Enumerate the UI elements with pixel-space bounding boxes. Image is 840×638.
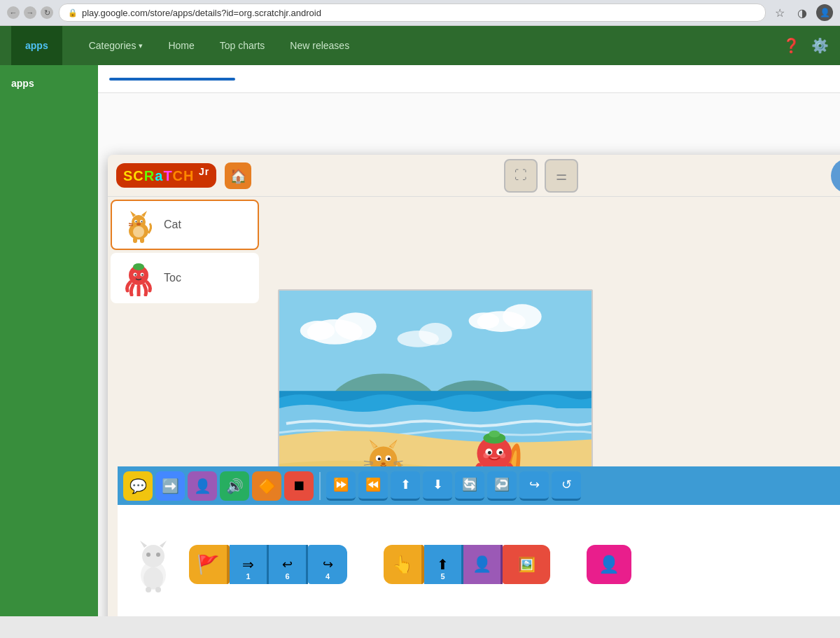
block-move-up-5[interactable]: ⬆ 5	[424, 545, 463, 584]
gplay-logo: apps	[11, 26, 62, 65]
scratch-logo-text: SCRaTCH Jr	[123, 168, 209, 183]
sidebar-apps-title: apps	[6, 74, 92, 93]
account-button[interactable]: 👤	[816, 4, 833, 21]
svg-point-74	[142, 545, 164, 567]
svg-rect-12	[140, 237, 144, 243]
svg-point-41	[378, 457, 381, 460]
svg-point-27	[469, 312, 500, 329]
header-center-controls: ⛶ ⚌	[504, 159, 578, 193]
block-cat-looks[interactable]: 👤	[188, 471, 217, 501]
block-cat-control[interactable]: 🔶	[252, 471, 281, 501]
svg-rect-80	[146, 587, 151, 592]
svg-point-23	[335, 312, 376, 340]
block-cat-events[interactable]: 💬	[123, 471, 153, 501]
code-workspace: 🚩 ⇒ 1 ↩ 6 ↪ 4	[118, 505, 840, 616]
browser-titlebar: ← → ↻ 🔒 play.google.com/store/apps/detai…	[0, 0, 840, 25]
motion-forward[interactable]: ⏩	[326, 471, 356, 501]
motion-down[interactable]: ⬇	[423, 471, 452, 501]
svg-point-19	[134, 274, 136, 275]
svg-point-79	[144, 567, 163, 590]
svg-rect-16	[134, 264, 143, 268]
nav-categories[interactable]: Categories ▾	[76, 26, 156, 65]
nav-links: Categories ▾ Home Top charts New release…	[76, 26, 783, 65]
gplay-navigation: apps Categories ▾ Home Top charts New re…	[0, 26, 840, 65]
nav-top-charts[interactable]: Top charts	[207, 26, 278, 65]
main-content: SCRaTCH Jr 🏠 ⛶ ⚌ ⟳ ⚑	[98, 65, 840, 616]
svg-rect-81	[155, 587, 161, 592]
motion-spin-cw[interactable]: 🔄	[455, 471, 484, 501]
trigger-flag[interactable]: 🚩	[189, 545, 230, 584]
address-bar[interactable]: 🔒 play.google.com/store/apps/details?id=…	[59, 4, 766, 22]
blocks-toolbar: 💬 ➡️ 👤 🔊 🔶 ⏹ ⏩ ⏪ ⬆ ⬇ 🔄 ↩️ ↪ ↺ ↩ ↪	[118, 466, 840, 505]
svg-point-43	[382, 462, 386, 465]
code-sequence-2: 👆 ⬆ 5 👤 🖼️	[384, 545, 550, 584]
nav-new-releases[interactable]: New releases	[277, 26, 362, 65]
svg-point-64	[500, 452, 505, 458]
block-person[interactable]: 👤	[463, 545, 503, 584]
left-sidebar: apps	[0, 65, 98, 616]
svg-point-20	[141, 274, 143, 275]
nav-right-icons: ❓ ⚙️	[783, 37, 829, 54]
block-cat-motion[interactable]: ➡️	[155, 471, 185, 501]
svg-point-42	[388, 457, 391, 460]
undo-button[interactable]: ⟳	[831, 158, 840, 193]
character-cat[interactable]: Cat	[111, 200, 259, 250]
svg-point-58	[489, 431, 500, 438]
motion-shrink[interactable]: ↺	[552, 471, 581, 501]
block-pink-person[interactable]: 👤	[587, 545, 631, 584]
svg-point-13	[133, 226, 144, 237]
nav-home[interactable]: Home	[155, 26, 206, 65]
workspace-sprite-svg	[129, 536, 178, 592]
apps-label: apps	[25, 40, 48, 51]
block-turn-6[interactable]: ↩ 6	[269, 545, 308, 584]
svg-point-8	[136, 223, 141, 226]
block-cat-end[interactable]: ⏹	[284, 471, 314, 501]
svg-point-77	[146, 553, 150, 557]
reload-button[interactable]: ↻	[41, 6, 53, 19]
block-move-1[interactable]: ⇒ 1	[230, 545, 269, 584]
block-scene[interactable]: 🖼️	[503, 545, 550, 584]
browser-chrome: ← → ↻ 🔒 play.google.com/store/apps/detai…	[0, 0, 840, 26]
motion-spin-ccw[interactable]: ↩️	[487, 471, 517, 501]
svg-point-29	[419, 323, 452, 345]
scratchjr-app-window: SCRaTCH Jr 🏠 ⛶ ⚌ ⟳ ⚑	[108, 155, 840, 616]
block-cat-sound[interactable]: 🔊	[220, 471, 249, 501]
svg-point-78	[156, 553, 160, 557]
svg-point-24	[300, 321, 335, 340]
progress-indicator	[109, 78, 235, 81]
block-label-5: 5	[440, 572, 444, 581]
forward-button[interactable]: →	[24, 6, 36, 19]
toolbar-divider	[319, 472, 321, 500]
browser-controls: ← → ↻	[7, 6, 53, 19]
grid-button[interactable]: ⚌	[545, 159, 578, 193]
app-header	[98, 65, 840, 93]
right-controls: ⟳ ⚑	[831, 158, 840, 193]
cat-sprite	[120, 207, 157, 243]
back-button[interactable]: ←	[7, 6, 20, 19]
svg-rect-11	[133, 237, 137, 243]
browser-actions: ☆ ◑ 👤	[771, 4, 833, 21]
trigger-tap[interactable]: 👆	[384, 545, 424, 584]
motion-grow[interactable]: ↪	[519, 471, 549, 501]
address-text: play.google.com/store/apps/details?id=or…	[82, 8, 321, 18]
home-button[interactable]: 🏠	[225, 162, 251, 189]
svg-point-26	[503, 304, 542, 329]
block-turn-4[interactable]: ↪ 4	[308, 545, 347, 584]
motion-up[interactable]: ⬆	[391, 471, 420, 501]
cat-sprite-svg	[120, 207, 157, 243]
character-toc[interactable]: Toc	[111, 253, 259, 303]
resize-button[interactable]: ⛶	[504, 159, 538, 193]
block-label-6: 6	[285, 572, 289, 581]
scratch-logo-bg: SCRaTCH Jr	[116, 163, 216, 188]
scratchjr-header: SCRaTCH Jr 🏠 ⛶ ⚌ ⟳ ⚑	[108, 155, 840, 197]
cat-label: Cat	[164, 219, 181, 231]
svg-marker-75	[140, 541, 147, 548]
toc-sprite	[120, 260, 157, 296]
bookmark-button[interactable]: ☆	[771, 4, 788, 21]
help-icon[interactable]: ❓	[783, 37, 800, 54]
characters-panel: Cat	[108, 197, 262, 306]
settings-icon[interactable]: ⚙️	[811, 37, 829, 54]
night-mode-button[interactable]: ◑	[794, 4, 811, 21]
svg-point-7	[141, 221, 143, 223]
motion-backward[interactable]: ⏪	[358, 471, 388, 501]
